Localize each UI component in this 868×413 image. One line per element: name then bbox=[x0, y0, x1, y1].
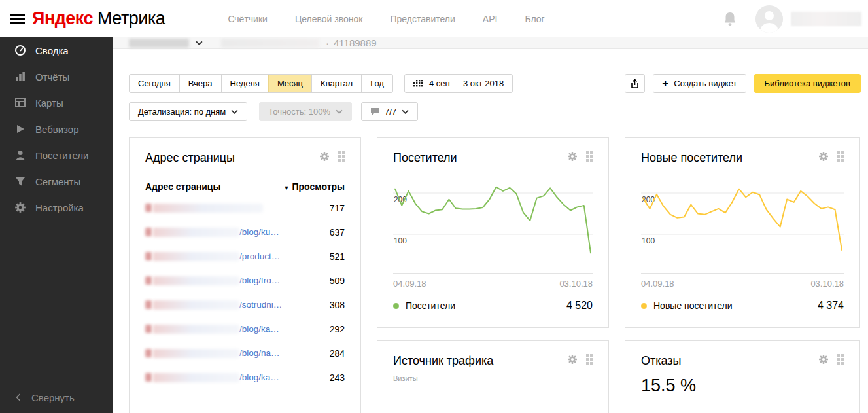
header-right bbox=[723, 5, 861, 33]
accuracy-dropdown[interactable]: Точность: 100% bbox=[259, 102, 352, 121]
nav-counters[interactable]: Счётчики bbox=[228, 14, 268, 24]
avatar[interactable] bbox=[755, 5, 783, 33]
widget-settings-gear-icon[interactable] bbox=[567, 354, 578, 365]
date-range-label: 4 сен — 3 окт 2018 bbox=[429, 79, 504, 88]
username-blurred[interactable] bbox=[791, 12, 861, 26]
main-content: Сегодня Вчера Неделя Месяц Квартал Год 4… bbox=[113, 49, 868, 413]
widget-drag-handle-icon[interactable] bbox=[837, 354, 844, 365]
detalization-label: Детализация: по дням bbox=[138, 107, 226, 117]
separator-dot: · bbox=[326, 37, 329, 48]
page-url-link[interactable]: /blog/ka… bbox=[239, 372, 279, 382]
sidebar-item-summary[interactable]: Сводка bbox=[0, 37, 113, 63]
sort-desc-icon: ▼ bbox=[284, 185, 290, 191]
counter-name-blurred[interactable] bbox=[129, 39, 189, 48]
table-row: 717 bbox=[145, 196, 345, 220]
sidebar-item-webvisor[interactable]: Вебвизор bbox=[0, 116, 113, 142]
widget-settings-gear-icon[interactable] bbox=[319, 151, 330, 162]
create-widget-label: Создать виджет bbox=[674, 79, 737, 88]
widget-new-visitors: Новые посетители 200100 04.09.18 03.10. bbox=[625, 137, 860, 328]
legend-label[interactable]: Посетители bbox=[406, 300, 455, 311]
nav-api[interactable]: API bbox=[483, 14, 498, 24]
funnel-icon bbox=[14, 175, 26, 187]
sidebar-item-label: Вебвизор bbox=[35, 124, 79, 135]
nav-blog[interactable]: Блог bbox=[525, 14, 544, 24]
comments-dropdown[interactable]: 7/7 bbox=[361, 102, 418, 121]
legend-label[interactable]: Новые посетители bbox=[653, 300, 733, 311]
sidebar-item-visitors[interactable]: Посетители bbox=[0, 142, 113, 168]
chevron-down-icon bbox=[402, 109, 409, 114]
widget-drag-handle-icon[interactable] bbox=[338, 151, 345, 162]
sidebar-item-segments[interactable]: Сегменты bbox=[0, 168, 113, 194]
export-button[interactable] bbox=[625, 74, 645, 93]
logo[interactable]: Яндекс Метрика bbox=[32, 9, 165, 29]
url-blurred bbox=[153, 373, 239, 382]
period-today[interactable]: Сегодня bbox=[130, 75, 179, 92]
page-url-link[interactable]: /blog/ka… bbox=[239, 324, 279, 334]
url-blurred bbox=[153, 204, 263, 213]
table-row: /blog/ku…637 bbox=[145, 220, 345, 244]
page-address-rows: 717/blog/ku…637/product…521/blog/tro…509… bbox=[145, 196, 345, 389]
widget-settings-gear-icon[interactable] bbox=[818, 151, 829, 162]
widget-title: Источник трафика bbox=[393, 354, 493, 368]
column-header-views[interactable]: ▼Просмотры bbox=[284, 181, 345, 192]
date-range-button[interactable]: 4 сен — 3 окт 2018 bbox=[404, 74, 513, 93]
period-year[interactable]: Год bbox=[361, 75, 392, 92]
widget-settings-gear-icon[interactable] bbox=[818, 354, 829, 365]
period-month[interactable]: Месяц bbox=[268, 75, 311, 92]
page-url-link[interactable]: /sotrudni… bbox=[239, 300, 282, 310]
sidebar-collapse[interactable]: Свернуть bbox=[0, 386, 75, 409]
table-row: /sotrudni…308 bbox=[145, 293, 345, 317]
nav-representatives[interactable]: Представители bbox=[390, 14, 455, 24]
person-icon bbox=[14, 149, 26, 161]
speech-bubble-icon bbox=[370, 107, 379, 116]
views-value: 637 bbox=[330, 227, 345, 238]
counter-url-blurred[interactable] bbox=[221, 39, 319, 48]
widget-bounces: Отказы 15.5 % bbox=[625, 340, 860, 413]
sidebar-item-label: Посетители bbox=[35, 150, 88, 161]
favicon-blurred bbox=[145, 252, 152, 260]
url-blurred bbox=[153, 276, 239, 285]
column-header-url[interactable]: Адрес страницы bbox=[145, 181, 220, 192]
widget-drag-handle-icon[interactable] bbox=[586, 151, 593, 162]
top-header: Яндекс Метрика Счётчики Целевой звонок П… bbox=[0, 0, 868, 37]
favicon-blurred bbox=[145, 373, 152, 382]
new-visitors-line-chart[interactable]: 200100 bbox=[641, 177, 844, 274]
chart-date-start: 04.09.18 bbox=[393, 279, 426, 289]
page-url-link[interactable]: /blog/tro… bbox=[239, 276, 280, 285]
url-blurred bbox=[153, 300, 239, 310]
gear-icon bbox=[14, 202, 26, 213]
chevron-down-icon[interactable] bbox=[196, 41, 203, 45]
page-url-link[interactable]: /blog/ku… bbox=[239, 227, 279, 237]
svg-text:100: 100 bbox=[642, 236, 655, 245]
page-url-link[interactable]: /blog/na… bbox=[239, 348, 280, 358]
detalization-dropdown[interactable]: Детализация: по дням bbox=[129, 102, 247, 121]
sidebar-item-settings[interactable]: Настройка bbox=[0, 194, 113, 221]
bounce-rate-value: 15.5 % bbox=[641, 376, 844, 396]
widget-drag-handle-icon[interactable] bbox=[586, 354, 593, 365]
hamburger-menu-icon[interactable] bbox=[10, 11, 25, 26]
page-url-link[interactable]: /product… bbox=[239, 251, 280, 261]
nav-target-call[interactable]: Целевой звонок bbox=[295, 14, 363, 24]
create-widget-button[interactable]: + Создать виджет bbox=[653, 74, 746, 93]
legend-dot bbox=[641, 303, 647, 309]
url-blurred bbox=[153, 325, 239, 334]
notifications-bell-icon[interactable] bbox=[723, 11, 737, 27]
widget-library-button[interactable]: Библиотека виджетов bbox=[754, 74, 861, 93]
widget-drag-handle-icon[interactable] bbox=[837, 151, 844, 162]
chevron-down-icon bbox=[336, 109, 343, 114]
period-yesterday[interactable]: Вчера bbox=[179, 75, 221, 92]
visitors-line-chart[interactable]: 200100 bbox=[393, 177, 593, 274]
calendar-dots-icon bbox=[413, 80, 423, 88]
chart-date-end: 03.10.18 bbox=[559, 279, 593, 289]
legend-dot bbox=[393, 303, 399, 309]
counter-id: 41189889 bbox=[334, 37, 377, 48]
period-quarter[interactable]: Квартал bbox=[311, 75, 361, 92]
widget-settings-gear-icon[interactable] bbox=[567, 151, 578, 162]
table-row: /product…521 bbox=[145, 244, 345, 268]
legend-total: 4 520 bbox=[566, 300, 593, 312]
sidebar-item-maps[interactable]: Карты bbox=[0, 90, 113, 116]
toolbar-right-group: + Создать виджет Библиотека виджетов bbox=[625, 74, 861, 93]
period-week[interactable]: Неделя bbox=[221, 75, 268, 92]
sidebar-item-reports[interactable]: Отчёты bbox=[0, 63, 113, 90]
period-segmented-control: Сегодня Вчера Неделя Месяц Квартал Год bbox=[129, 74, 393, 93]
